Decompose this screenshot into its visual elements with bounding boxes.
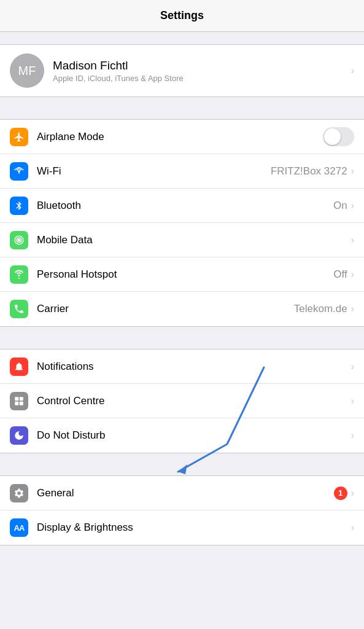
wifi-value: FRITZ!Box 3272 — [271, 165, 347, 178]
svg-rect-2 — [20, 397, 23, 400]
display-brightness-chevron: › — [351, 522, 354, 533]
row-bluetooth[interactable]: Bluetooth On › — [0, 189, 364, 223]
row-do-not-disturb[interactable]: Do Not Disturb › — [0, 418, 364, 453]
do-not-disturb-icon — [10, 426, 28, 445]
page-title: Settings — [160, 9, 204, 22]
section-connectivity: Airplane Mode Wi-Fi FRITZ!Box 3272 › Blu… — [0, 119, 364, 327]
general-badge: 1 — [334, 486, 347, 500]
wifi-label: Wi-Fi — [37, 165, 271, 178]
personal-hotspot-value: Off — [333, 268, 347, 281]
section-gap-2 — [0, 327, 364, 349]
row-wifi[interactable]: Wi-Fi FRITZ!Box 3272 › — [0, 154, 364, 189]
section-gap-3 — [0, 453, 364, 475]
profile-chevron: › — [351, 65, 354, 76]
notifications-label: Notifications — [37, 361, 351, 373]
carrier-value: Telekom.de — [294, 303, 347, 315]
do-not-disturb-chevron: › — [351, 430, 354, 441]
profile-subtitle: Apple ID, iCloud, iTunes & App Store — [53, 74, 351, 83]
airplane-mode-icon — [10, 128, 28, 146]
do-not-disturb-label: Do Not Disturb — [37, 429, 351, 442]
row-carrier[interactable]: Carrier Telekom.de › — [0, 292, 364, 326]
profile-row[interactable]: MF Madison Fichtl Apple ID, iCloud, iTun… — [0, 44, 364, 97]
airplane-mode-toggle[interactable] — [323, 127, 354, 146]
toggle-knob — [324, 128, 341, 145]
bluetooth-value: On — [333, 200, 347, 212]
display-brightness-label: Display & Brightness — [37, 522, 351, 534]
bluetooth-chevron: › — [351, 200, 354, 211]
profile-name: Madison Fichtl — [53, 59, 351, 72]
row-control-centre[interactable]: Control Centre › — [0, 384, 364, 418]
avatar: MF — [10, 53, 44, 88]
notifications-icon — [10, 357, 28, 376]
svg-marker-5 — [178, 464, 187, 474]
bluetooth-icon — [10, 197, 28, 215]
carrier-chevron: › — [351, 303, 354, 314]
section-gap-1 — [0, 97, 364, 119]
notifications-chevron: › — [351, 361, 354, 372]
profile-info: Madison Fichtl Apple ID, iCloud, iTunes … — [53, 59, 351, 83]
general-chevron: › — [351, 488, 354, 499]
carrier-label: Carrier — [37, 303, 294, 315]
mobile-data-chevron: › — [351, 235, 354, 246]
row-display-brightness[interactable]: AA Display & Brightness › — [0, 510, 364, 545]
mobile-data-label: Mobile Data — [37, 234, 351, 246]
svg-rect-1 — [15, 397, 18, 400]
personal-hotspot-label: Personal Hotspot — [37, 268, 333, 281]
svg-point-0 — [18, 238, 21, 241]
personal-hotspot-icon — [10, 265, 28, 284]
navigation-header: Settings — [0, 0, 364, 32]
row-personal-hotspot[interactable]: Personal Hotspot Off › — [0, 257, 364, 292]
svg-rect-3 — [15, 401, 18, 405]
row-general[interactable]: General 1 › — [0, 476, 364, 510]
wifi-icon — [10, 162, 28, 181]
section-gap-top — [0, 32, 364, 44]
section-general: General 1 › AA Display & Brightness › — [0, 475, 364, 545]
general-label: General — [37, 487, 334, 499]
bluetooth-label: Bluetooth — [37, 200, 333, 212]
control-centre-label: Control Centre — [37, 395, 351, 407]
svg-rect-4 — [20, 401, 23, 405]
wifi-chevron: › — [351, 166, 354, 177]
personal-hotspot-chevron: › — [351, 269, 354, 280]
row-notifications[interactable]: Notifications › — [0, 350, 364, 384]
carrier-icon — [10, 300, 28, 318]
mobile-data-icon — [10, 231, 28, 249]
airplane-mode-label: Airplane Mode — [37, 131, 323, 143]
row-mobile-data[interactable]: Mobile Data › — [0, 223, 364, 257]
general-icon — [10, 484, 28, 502]
control-centre-chevron: › — [351, 396, 354, 407]
display-brightness-icon: AA — [10, 518, 28, 537]
row-airplane-mode[interactable]: Airplane Mode — [0, 120, 364, 154]
control-centre-icon — [10, 392, 28, 410]
section-system: Notifications › Control Centre › Do Not … — [0, 349, 364, 453]
